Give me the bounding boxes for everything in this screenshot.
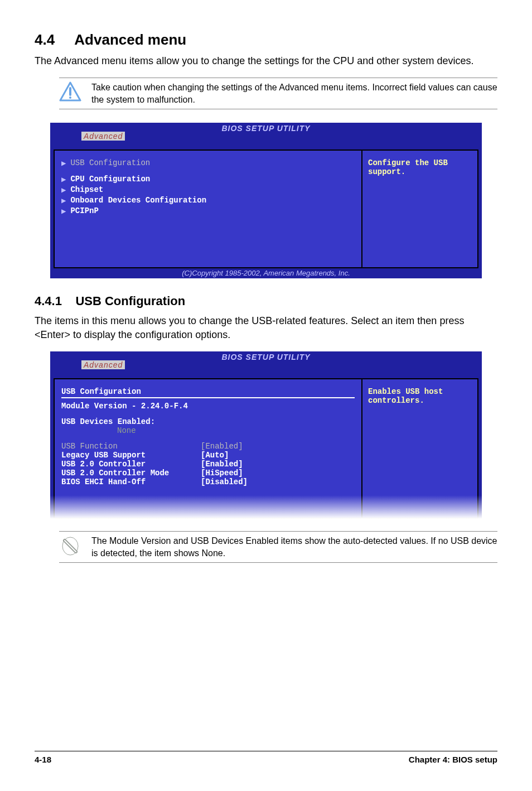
bios-title: BIOS SETUP UTILITY — [221, 353, 310, 361]
bios-row-value[interactable]: [Enabled] — [201, 442, 243, 451]
chapter-label: Chapter 4: BIOS setup — [409, 755, 497, 764]
bios-row-label: USB 2.0 Controller Mode — [61, 469, 201, 478]
section-title-text: Advanced menu — [74, 31, 186, 48]
bios-footer: (C)Copyright 1985-2002, American Megatre… — [50, 268, 482, 278]
bios-item[interactable]: CPU Configuration — [70, 175, 150, 184]
bios-row-label: BIOS EHCI Hand-Off — [61, 478, 201, 486]
divider — [61, 397, 355, 398]
section-number: 4.4 — [35, 31, 55, 48]
bios-devices-enabled-label: USB Devices Enabled: — [61, 417, 355, 426]
menu-arrow-icon: ▶ — [61, 175, 66, 184]
bios-screen-advanced: BIOS SETUP UTILITY Advanced ▶ USB Config… — [50, 123, 482, 278]
bios-header: BIOS SETUP UTILITY Advanced — [50, 123, 482, 133]
subsection-intro: The items in this menu allows you to cha… — [35, 314, 497, 341]
section-intro: The Advanced menu items allow you to cha… — [35, 54, 497, 67]
bios-item[interactable]: Chipset — [70, 185, 103, 195]
menu-arrow-icon: ▶ — [61, 158, 66, 168]
bios-panel-title: USB Configuration — [61, 387, 355, 396]
bios-header: BIOS SETUP UTILITY Advanced — [50, 351, 482, 361]
svg-point-1 — [69, 97, 71, 99]
note-icon — [59, 535, 81, 557]
bios-item[interactable]: Onboard Devices Configuration — [70, 196, 206, 205]
subsection-heading: 4.4.1 USB Configuration — [35, 294, 497, 308]
info-text: The Module Version and USB Devices Enabl… — [91, 535, 497, 559]
subsection-title: USB Configuration — [75, 294, 185, 308]
bios-row-label: USB Function — [61, 442, 201, 451]
page-footer: 4-18 Chapter 4: BIOS setup — [35, 751, 497, 764]
bios-title: BIOS SETUP UTILITY — [221, 124, 310, 133]
bios-screen-usb-config: BIOS SETUP UTILITY Advanced USB Configur… — [50, 351, 482, 519]
page-number: 4-18 — [35, 755, 51, 764]
caution-icon — [59, 81, 81, 102]
bios-row-label: USB 2.0 Controller — [61, 460, 201, 469]
info-note: The Module Version and USB Devices Enabl… — [59, 531, 497, 563]
menu-arrow-icon: ▶ — [61, 196, 66, 205]
bios-row-value[interactable]: [HiSpeed] — [201, 469, 243, 478]
caution-note: Take caution when changing the settings … — [59, 78, 497, 109]
bios-help-panel: Configure the USB support. — [361, 149, 478, 268]
bios-menu-panel: ▶ USB Configuration ▶ CPU Configuration … — [54, 149, 361, 268]
bios-config-panel: USB Configuration Module Version - 2.24.… — [54, 378, 361, 519]
bios-devices-none: None — [61, 426, 355, 435]
menu-arrow-icon: ▶ — [61, 206, 66, 216]
bios-tab-advanced: Advanced — [81, 132, 125, 141]
menu-arrow-icon: ▶ — [61, 185, 66, 195]
section-heading: 4.4 Advanced menu — [35, 31, 497, 49]
bios-tab-advanced: Advanced — [81, 360, 125, 369]
subsection-number: 4.4.1 — [35, 294, 62, 308]
bios-module-version: Module Version - 2.24.0-F.4 — [61, 402, 355, 411]
bios-row-value[interactable]: [Enabled] — [201, 460, 243, 469]
bios-item-selected[interactable]: USB Configuration — [70, 158, 150, 168]
bios-item[interactable]: PCIPnP — [70, 206, 98, 216]
bios-help-panel: Enables USB host controllers. — [361, 378, 478, 519]
bios-row-value[interactable]: [Disabled] — [201, 478, 248, 486]
bios-row-label: Legacy USB Support — [61, 451, 201, 460]
bios-row-value[interactable]: [Auto] — [201, 451, 229, 460]
caution-text: Take caution when changing the settings … — [91, 81, 497, 105]
